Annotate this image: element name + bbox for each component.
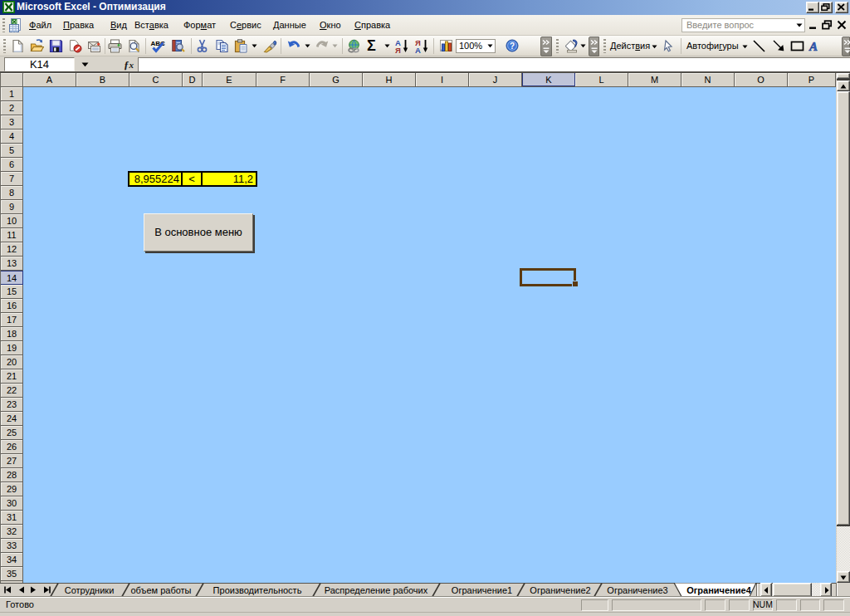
- svg-text:Ограничение3: Ограничение3: [607, 585, 667, 595]
- svg-text:?: ?: [510, 42, 515, 51]
- svg-text:A: A: [808, 40, 818, 53]
- svg-text:Ограничение2: Ограничение2: [530, 585, 590, 595]
- svg-text:объем работы: объем работы: [130, 585, 191, 595]
- svg-text:Производительность: Производительность: [213, 585, 302, 595]
- svg-text:Ограничение4: Ограничение4: [686, 585, 751, 595]
- svg-text:А: А: [415, 46, 421, 54]
- svg-text:Сотрудники: Сотрудники: [65, 585, 115, 595]
- svg-text:Я: Я: [395, 46, 401, 54]
- svg-text:Ограничение1: Ограничение1: [452, 585, 512, 595]
- svg-text:Распределение рабочих: Распределение рабочих: [325, 585, 428, 595]
